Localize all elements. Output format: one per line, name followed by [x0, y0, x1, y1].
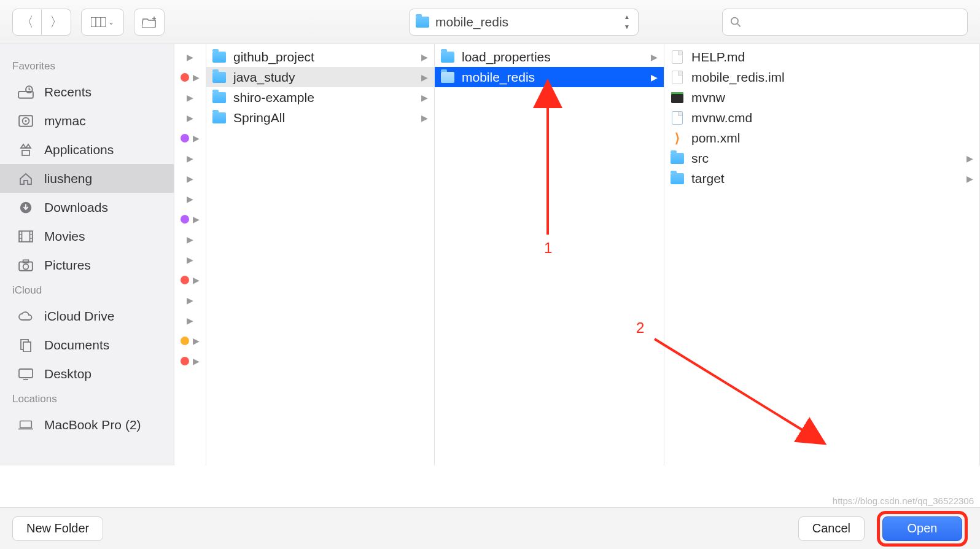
sidebar-item-applications[interactable]: Applications	[0, 135, 174, 164]
svg-rect-12	[22, 150, 29, 155]
tag-row[interactable]: ▶	[174, 330, 206, 351]
file-row[interactable]: load_properties▶	[435, 47, 664, 67]
svg-rect-22	[23, 260, 29, 262]
disclosure-icon: ▶	[193, 336, 200, 346]
disclosure-icon: ▶	[193, 275, 200, 285]
chevron-right-icon: ▶	[421, 52, 428, 62]
view-mode-button[interactable]: ⌄	[81, 9, 124, 36]
folder-icon	[416, 17, 429, 28]
search-field[interactable]	[722, 9, 968, 36]
file-row[interactable]: github_project▶	[206, 47, 434, 67]
sidebar-item-label: Pictures	[44, 258, 91, 273]
file-row[interactable]: src▶	[664, 148, 979, 168]
sidebar-item-desktop[interactable]: Desktop	[0, 359, 174, 388]
cancel-button[interactable]: Cancel	[798, 516, 865, 541]
chevron-right-icon: ▶	[966, 154, 973, 163]
file-name: SpringAll	[233, 111, 285, 125]
sidebar-item-label: MacBook Pro (2)	[44, 418, 141, 432]
new-folder-button[interactable]: New Folder	[12, 516, 103, 541]
path-dropdown[interactable]: mobile_redis ▲▼	[409, 9, 639, 36]
file-row[interactable]: java_study▶	[206, 67, 434, 87]
sidebar-item-icloud-drive[interactable]: iCloud Drive	[0, 302, 174, 330]
laptop-icon	[17, 418, 34, 432]
sidebar-item-label: Movies	[44, 229, 85, 244]
file-row[interactable]: SpringAll▶	[206, 107, 434, 128]
disclosure-icon: ▶	[187, 255, 193, 265]
folder-icon	[212, 91, 226, 104]
stepper-icon: ▲▼	[622, 14, 632, 30]
disclosure-icon: ▶	[193, 356, 200, 366]
file-row[interactable]: shiro-example▶	[206, 87, 434, 107]
file-row[interactable]: ⟩pom.xml	[664, 128, 979, 148]
sidebar-item-label: Desktop	[44, 367, 91, 381]
tag-row[interactable]: ▶	[174, 209, 206, 229]
folder-icon	[212, 71, 226, 84]
folder-icon	[441, 71, 454, 84]
file-name: mobile_redis.iml	[691, 70, 785, 85]
sidebar-item-recents[interactable]: Recents	[0, 77, 174, 106]
sidebar-item-downloads[interactable]: Downloads	[0, 193, 174, 222]
sidebar-item-mymac[interactable]: mymac	[0, 106, 174, 135]
sidebar-item-documents[interactable]: Documents	[0, 330, 174, 359]
search-icon	[730, 16, 741, 28]
file-row[interactable]: HELP.md	[664, 47, 979, 67]
sidebar-item-label: liusheng	[44, 171, 92, 186]
tag-row[interactable]: ▶	[174, 87, 206, 107]
svg-rect-0	[91, 17, 106, 27]
back-button[interactable]: 〈	[12, 9, 42, 36]
tag-row[interactable]: ▶	[174, 128, 206, 148]
file-row[interactable]: target▶	[664, 168, 979, 189]
disclosure-icon: ▶	[193, 133, 200, 143]
disclosure-icon: ▶	[187, 295, 193, 305]
file-row[interactable]: mvnw.cmd	[664, 107, 979, 128]
film-icon	[17, 229, 34, 244]
nav-buttons: 〈 〉	[12, 9, 71, 36]
sidebar-item-pictures[interactable]: Pictures	[0, 251, 174, 279]
forward-button[interactable]: 〉	[42, 9, 71, 36]
search-input[interactable]	[747, 15, 960, 29]
columns-icon	[91, 17, 106, 27]
tag-row[interactable]: ▶	[174, 148, 206, 168]
tag-row[interactable]: ▶	[174, 47, 206, 67]
folder-icon	[671, 173, 684, 185]
tag-row[interactable]: ▶	[174, 351, 206, 371]
disclosure-icon: ▶	[187, 174, 193, 184]
cmd-icon	[671, 112, 684, 124]
tag-row[interactable]: ▶	[174, 67, 206, 87]
tag-row[interactable]: ▶	[174, 290, 206, 310]
sidebar-item-liusheng[interactable]: liusheng	[0, 164, 174, 193]
sidebar-heading: Favorites	[0, 55, 174, 77]
disclosure-icon: ▶	[187, 194, 193, 204]
apps-icon	[17, 142, 34, 157]
folder-plus-icon	[142, 17, 157, 28]
tag-row[interactable]: ▶	[174, 168, 206, 189]
tag-row[interactable]: ▶	[174, 107, 206, 128]
sidebar-item-macbook-pro-2-[interactable]: MacBook Pro (2)	[0, 410, 174, 439]
tag-row[interactable]: ▶	[174, 310, 206, 330]
file-row[interactable]: mobile_redis.iml	[664, 67, 979, 87]
sidebar-item-label: Downloads	[44, 200, 108, 215]
file-row[interactable]: mvnw	[664, 87, 979, 107]
file-name: target	[691, 171, 725, 186]
chevron-right-icon: ▶	[966, 174, 973, 184]
tag-row[interactable]: ▶	[174, 229, 206, 249]
file-row[interactable]: mobile_redis▶	[435, 67, 664, 87]
sidebar-item-label: Applications	[44, 142, 114, 157]
sidebar-item-label: mymac	[44, 114, 86, 128]
tag-row[interactable]: ▶	[174, 270, 206, 290]
svg-rect-28	[20, 421, 32, 427]
svg-rect-14	[19, 231, 33, 241]
document-icon	[671, 71, 684, 84]
folder-icon	[212, 112, 226, 124]
clock-drive-icon	[17, 85, 34, 99]
tag-row[interactable]: ▶	[174, 189, 206, 209]
file-name: github_project	[233, 50, 314, 64]
tag-dot-icon	[181, 337, 189, 345]
file-name: load_properties	[462, 50, 551, 64]
sidebar-item-movies[interactable]: Movies	[0, 222, 174, 251]
tag-row[interactable]: ▶	[174, 249, 206, 270]
sidebar-heading: iCloud	[0, 279, 174, 302]
open-button[interactable]: Open	[882, 516, 962, 541]
sidebar-heading: Locations	[0, 388, 174, 410]
group-button[interactable]	[134, 9, 165, 36]
